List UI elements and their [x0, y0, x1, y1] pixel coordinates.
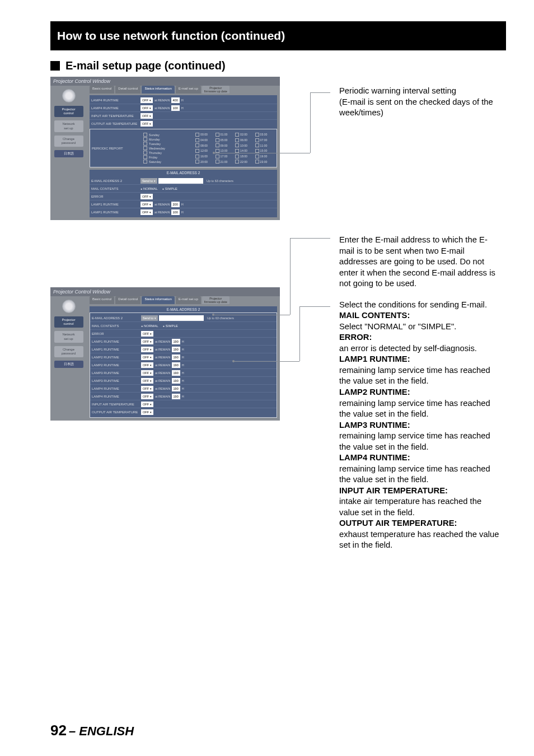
tab-detail[interactable]: Detail control — [115, 86, 140, 94]
hour-checkbox[interactable]: 08:00 — [195, 143, 214, 148]
radio-simple[interactable]: SIMPLE — [162, 187, 177, 190]
setting-row: LAMP4 RUNTIMEOFFat REMAIN190H — [90, 393, 277, 400]
row-midtext: at REMAIN — [155, 379, 171, 382]
hour-checkbox[interactable]: 22:00 — [235, 159, 254, 164]
setting-row: LAMP1 RUNTIMEOFFat REMAIN100H — [90, 208, 277, 216]
row-value-input[interactable]: 190 — [172, 370, 180, 376]
day-checkbox[interactable]: Sunday — [143, 133, 192, 137]
hour-checkbox[interactable]: 03:00 — [255, 132, 274, 137]
gear-icon — [62, 300, 76, 313]
row-select[interactable]: OFF — [140, 105, 153, 111]
section-title: E-mail setup page (continued) — [65, 59, 226, 72]
hour-checkbox[interactable]: 04:00 — [195, 138, 214, 143]
row-select[interactable]: OFF — [141, 339, 153, 344]
hour-checkbox[interactable]: 00:00 — [195, 132, 214, 137]
tab-email[interactable]: E-mail set up — [176, 296, 201, 304]
row-select[interactable]: OFF — [141, 354, 153, 360]
tab-detail[interactable]: Detail control — [115, 296, 140, 304]
callout-lead-line — [290, 238, 330, 239]
row-select[interactable]: OFF — [141, 378, 153, 384]
row-value-input[interactable]: 100 — [171, 105, 180, 111]
sidebar-japanese[interactable]: 日本語 — [54, 150, 83, 157]
radio-normal[interactable]: NORMAL — [141, 324, 158, 328]
hour-checkbox[interactable]: 10:00 — [235, 143, 254, 148]
sidebar-change-password[interactable]: Change password — [54, 346, 83, 357]
row-value-input[interactable]: 190 — [172, 354, 180, 360]
row-label: ERROR — [92, 332, 141, 335]
hour-checkbox[interactable]: 11:00 — [255, 143, 274, 148]
callout-lead-line — [290, 238, 291, 315]
periodic-days[interactable]: SundayMondayTuesdayWednesdayThursdayFrid… — [141, 131, 194, 165]
sidebar-projector-control[interactable]: Projector control — [54, 316, 83, 328]
row-select[interactable]: OFF — [141, 370, 153, 376]
row-value-input[interactable]: 190 — [172, 362, 180, 368]
row-select[interactable]: OFF — [141, 402, 153, 407]
row-value-input[interactable]: 190 — [172, 386, 180, 391]
hour-checkbox[interactable]: 23:00 — [255, 159, 274, 164]
hour-checkbox[interactable]: 21:00 — [216, 159, 235, 164]
tab-basic[interactable]: Basic control — [90, 86, 114, 94]
radio-normal[interactable]: NORMAL — [140, 187, 158, 190]
sidebar-change-password[interactable]: Change password — [54, 136, 83, 147]
sendto-button[interactable]: Send to — [140, 178, 157, 184]
tab-firmware[interactable]: Projector firmware up date — [202, 86, 229, 94]
day-checkbox[interactable]: Tuesday — [143, 142, 192, 146]
hour-checkbox[interactable]: 01:00 — [216, 132, 235, 137]
text-input[interactable] — [159, 315, 204, 321]
setting-row: LAMP4 RUNTIMEOFFat REMAIN100H — [90, 104, 277, 112]
row-select[interactable]: OFF — [140, 113, 153, 119]
row-value-input[interactable]: 190 — [172, 339, 180, 344]
tab-email[interactable]: E-mail set up — [176, 86, 201, 94]
row-select[interactable]: OFF — [141, 409, 153, 415]
setting-row: E-MAIL ADDRESS 2Send toUp to 63 characte… — [90, 314, 277, 322]
day-checkbox[interactable]: Monday — [143, 137, 192, 141]
sidebar-projector-control[interactable]: Projector control — [54, 106, 83, 117]
row-select[interactable]: OFF — [140, 121, 153, 127]
hour-checkbox[interactable]: 02:00 — [235, 132, 254, 137]
row-value-input[interactable]: 400 — [171, 97, 180, 103]
day-checkbox[interactable]: Wednesday — [143, 146, 192, 150]
hour-checkbox[interactable]: 09:00 — [216, 143, 235, 148]
hour-checkbox[interactable]: 12:00 — [195, 148, 214, 153]
row-value-input[interactable]: 100 — [171, 209, 180, 215]
hour-checkbox[interactable]: 07:00 — [255, 138, 274, 143]
row-value-input[interactable]: 190 — [172, 378, 180, 384]
tab-status[interactable]: Status information — [142, 86, 174, 94]
hour-checkbox[interactable]: 16:00 — [195, 154, 214, 159]
sidebar-japanese[interactable]: 日本語 — [54, 361, 83, 368]
row-select[interactable]: OFF — [141, 331, 153, 337]
hour-checkbox[interactable]: 19:00 — [255, 154, 274, 159]
tab-firmware[interactable]: Projector firmware up date — [202, 296, 229, 304]
row-value-input[interactable]: 190 — [172, 347, 180, 352]
setting-row: INPUT AIR TEMPERATUREOFF — [90, 112, 277, 120]
row-select[interactable]: OFF — [141, 394, 153, 399]
row-label: LAMP4 RUNTIME — [91, 106, 140, 110]
hour-checkbox[interactable]: 18:00 — [235, 154, 254, 159]
setting-row: OUTPUT AIR TEMPERATUREOFF — [90, 120, 277, 128]
row-value-input[interactable]: 190 — [172, 394, 180, 399]
sendto-button[interactable]: Send to — [141, 315, 158, 321]
hour-checkbox[interactable]: 17:00 — [216, 154, 235, 159]
radio-simple[interactable]: SIMPLE — [163, 324, 178, 328]
hour-checkbox[interactable]: 06:00 — [235, 138, 254, 143]
email2-input[interactable] — [158, 178, 203, 184]
row-value-input[interactable]: 200 — [171, 202, 180, 207]
row-select[interactable]: OFF — [140, 209, 153, 215]
day-checkbox[interactable]: Thursday — [143, 151, 192, 155]
row-select[interactable]: OFF — [140, 202, 153, 207]
day-checkbox[interactable]: Saturday — [143, 160, 192, 164]
day-checkbox[interactable]: Friday — [143, 155, 192, 159]
hour-checkbox[interactable]: 20:00 — [195, 159, 214, 164]
row-select[interactable]: OFF — [140, 194, 153, 199]
row-select[interactable]: OFF — [141, 362, 153, 368]
row-select[interactable]: OFF — [140, 97, 153, 103]
row-select[interactable]: OFF — [141, 386, 153, 391]
row-select[interactable]: OFF — [141, 347, 153, 352]
callout-1: Periodic warning interval setting (E-mai… — [339, 86, 502, 119]
tab-basic[interactable]: Basic control — [90, 296, 114, 304]
sidebar-network-setup[interactable]: Network set up — [54, 120, 83, 132]
tab-status[interactable]: Status information — [142, 296, 174, 304]
periodic-hours[interactable]: 00:0001:0002:0003:0004:0005:0006:0007:00… — [194, 131, 275, 165]
hour-checkbox[interactable]: 05:00 — [216, 138, 235, 143]
sidebar-network-setup[interactable]: Network set up — [54, 331, 83, 342]
